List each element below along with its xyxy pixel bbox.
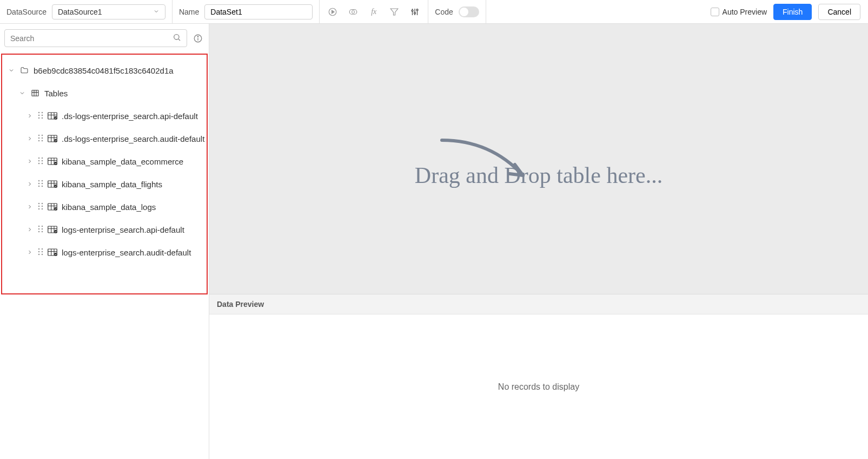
svg-point-10 [416, 9, 418, 10]
data-preview-header: Data Preview [209, 294, 868, 314]
tree-table-label: kibana_sample_data_logs [62, 202, 156, 212]
drop-area[interactable]: Drag and Drop table here... [209, 24, 868, 294]
svg-point-76 [42, 225, 43, 227]
svg-point-23 [42, 114, 43, 116]
svg-point-33 [38, 137, 40, 139]
datasource-value: DataSource1 [58, 8, 102, 16]
tree-table-item[interactable]: kibana_sample_data_logs [2, 195, 207, 218]
chevron-right-icon [26, 158, 34, 165]
finish-button[interactable]: Finish [773, 4, 812, 20]
svg-point-87 [42, 248, 43, 250]
svg-point-53 [38, 180, 40, 181]
svg-point-58 [42, 185, 43, 187]
search-box[interactable] [4, 29, 187, 47]
tree-table-item[interactable]: kibana_sample_data_flights [2, 173, 207, 195]
tree-table-item[interactable]: kibana_sample_data_ecommerce [2, 150, 207, 173]
svg-point-30 [54, 116, 57, 120]
tree-tables-group[interactable]: Tables [2, 82, 207, 104]
search-row [0, 24, 209, 53]
svg-point-67 [42, 205, 43, 207]
datasource-label: DataSource [6, 8, 47, 16]
code-label: Code [435, 8, 453, 16]
tables-group-icon [30, 89, 40, 97]
tree-table-item[interactable]: .ds-logs-enterprise_search.audit-default [2, 127, 207, 150]
chevron-right-icon [26, 181, 34, 187]
drag-handle-icon[interactable] [38, 248, 43, 257]
svg-marker-1 [332, 10, 335, 14]
svg-line-12 [178, 39, 180, 41]
drag-handle-icon[interactable] [38, 202, 43, 212]
tree-panel: b6eb9cdc83854c0481f5c183c6402d1a Tables [1, 54, 208, 294]
tree-root-folder[interactable]: b6eb9cdc83854c0481f5c183c6402d1a [2, 59, 207, 82]
join-icon[interactable] [347, 5, 360, 18]
svg-point-68 [38, 208, 40, 209]
table-icon [48, 248, 57, 256]
search-input[interactable] [10, 34, 173, 43]
svg-point-90 [38, 253, 40, 255]
play-icon[interactable] [326, 5, 339, 18]
drag-handle-icon[interactable] [38, 112, 43, 121]
tree-table-item[interactable]: .ds-logs-enterprise_search.api-default [2, 104, 207, 127]
right-panel: Drag and Drop table here... Data Preview… [209, 24, 868, 459]
svg-point-22 [38, 114, 40, 116]
svg-point-20 [38, 112, 40, 113]
datasource-dropdown[interactable]: DataSource1 [52, 4, 165, 19]
svg-point-36 [42, 140, 43, 141]
auto-preview-wrap[interactable]: Auto Preview [711, 8, 767, 16]
svg-point-43 [42, 157, 43, 159]
drop-hint-text: Drag and Drop table here... [415, 162, 662, 188]
chevron-down-icon [8, 67, 15, 74]
table-icon [48, 180, 57, 188]
top-toolbar: DataSource DataSource1 Name fx Code [0, 0, 868, 24]
svg-point-56 [42, 182, 43, 184]
auto-preview-checkbox[interactable] [711, 8, 719, 16]
svg-point-55 [38, 182, 40, 184]
svg-marker-4 [391, 9, 399, 15]
svg-point-52 [54, 162, 57, 165]
svg-point-11 [174, 35, 179, 40]
svg-point-88 [38, 251, 40, 252]
svg-point-89 [42, 251, 43, 252]
svg-point-15 [197, 36, 198, 37]
svg-point-44 [38, 160, 40, 161]
folder-icon [19, 66, 29, 75]
svg-point-21 [42, 112, 43, 113]
table-icon [48, 112, 57, 120]
main-area: b6eb9cdc83854c0481f5c183c6402d1a Tables [0, 24, 868, 459]
filter-icon[interactable] [388, 5, 401, 18]
tree-table-item[interactable]: logs-enterprise_search.audit-default [2, 241, 207, 264]
code-toggle[interactable] [459, 6, 479, 17]
table-icon [48, 135, 57, 142]
chevron-right-icon [26, 135, 34, 142]
tree-table-label: logs-enterprise_search.api-default [62, 225, 184, 234]
name-input[interactable] [204, 4, 313, 19]
svg-point-77 [38, 228, 40, 230]
svg-point-80 [42, 231, 43, 232]
tree-table-label: kibana_sample_data_ecommerce [62, 157, 183, 166]
svg-rect-16 [32, 90, 38, 96]
tree-root-label: b6eb9cdc83854c0481f5c183c6402d1a [34, 66, 174, 75]
chevron-right-icon [26, 113, 34, 119]
drag-handle-icon[interactable] [38, 157, 43, 166]
code-toggle-section: Code [428, 0, 486, 23]
sliders-icon[interactable] [408, 5, 421, 18]
data-preview-body: No records to display [209, 314, 868, 459]
chevron-right-icon [26, 226, 34, 233]
svg-point-64 [38, 202, 40, 204]
name-label: Name [179, 8, 199, 16]
tree-table-item[interactable]: logs-enterprise_search.api-default [2, 218, 207, 241]
sidebar: b6eb9cdc83854c0481f5c183c6402d1a Tables [0, 24, 209, 459]
svg-point-54 [42, 180, 43, 181]
cancel-button[interactable]: Cancel [818, 4, 860, 20]
fx-icon[interactable]: fx [367, 5, 380, 18]
svg-point-91 [42, 253, 43, 255]
drag-handle-icon[interactable] [38, 134, 43, 143]
svg-point-85 [54, 230, 57, 233]
table-icon [48, 203, 57, 211]
drag-handle-icon[interactable] [38, 225, 43, 234]
svg-point-31 [38, 134, 40, 136]
info-icon[interactable] [191, 32, 204, 45]
svg-point-35 [38, 140, 40, 141]
drag-handle-icon[interactable] [38, 180, 43, 189]
svg-point-79 [38, 231, 40, 232]
